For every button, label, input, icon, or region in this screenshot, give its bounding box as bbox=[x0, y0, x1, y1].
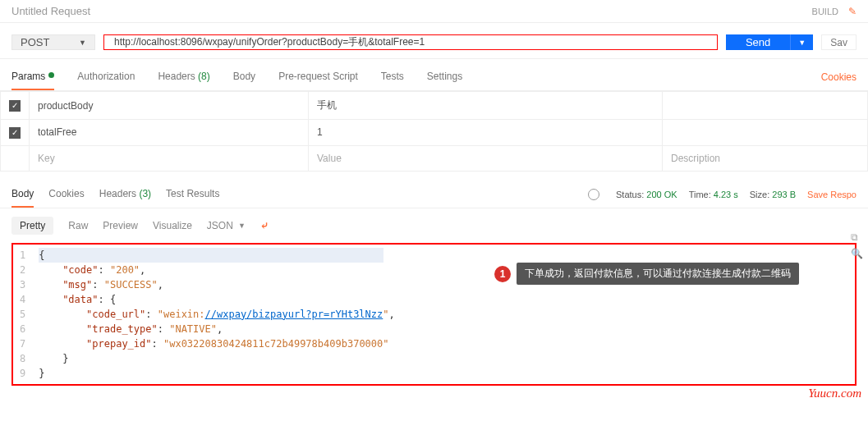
send-button[interactable]: Send bbox=[726, 34, 790, 50]
globe-icon[interactable] bbox=[588, 189, 599, 200]
param-key-placeholder[interactable]: Key bbox=[30, 145, 309, 171]
table-row-placeholder: Key Value Description bbox=[1, 145, 868, 171]
time-label: Time: 4.23 s bbox=[689, 190, 738, 199]
view-preview[interactable]: Preview bbox=[103, 220, 138, 231]
edit-icon[interactable]: ✎ bbox=[848, 6, 857, 17]
table-row: ✓ totalFree 1 bbox=[1, 120, 868, 146]
checkbox-checked[interactable]: ✓ bbox=[9, 127, 21, 139]
param-desc-placeholder[interactable]: Description bbox=[663, 145, 868, 171]
tab-authorization[interactable]: Authorization bbox=[77, 64, 135, 90]
table-row: ✓ productBody 手机 bbox=[1, 92, 868, 120]
line-numbers: 123456789 bbox=[13, 245, 32, 384]
cookies-link[interactable]: Cookies bbox=[821, 71, 857, 83]
url-value: http://localhost:8096/wxpay/unifyOrder?p… bbox=[114, 35, 425, 49]
tab-tests[interactable]: Tests bbox=[381, 64, 404, 90]
http-method-select[interactable]: POST ▼ bbox=[11, 34, 95, 50]
build-label[interactable]: BUILD bbox=[812, 7, 838, 16]
chevron-down-icon: ▼ bbox=[798, 39, 806, 47]
wrap-icon[interactable]: ⤶ bbox=[260, 220, 269, 231]
param-key-cell[interactable]: productBody bbox=[30, 92, 309, 120]
annotation-marker: 1 bbox=[494, 266, 511, 282]
annotation-arrow bbox=[384, 269, 507, 271]
view-raw[interactable]: Raw bbox=[68, 220, 88, 231]
format-select[interactable]: JSON ▼ bbox=[207, 220, 246, 231]
tab-settings[interactable]: Settings bbox=[427, 64, 462, 90]
save-button[interactable]: Sav bbox=[821, 34, 857, 50]
param-key-cell[interactable]: totalFree bbox=[30, 120, 309, 146]
status-label: Status: 200 OK bbox=[616, 190, 677, 199]
view-pretty[interactable]: Pretty bbox=[11, 217, 53, 235]
param-value-cell[interactable]: 1 bbox=[309, 120, 663, 146]
url-input[interactable]: http://localhost:8096/wxpay/unifyOrder?p… bbox=[103, 34, 718, 50]
resp-tab-cookies[interactable]: Cookies bbox=[48, 181, 84, 208]
param-value-placeholder[interactable]: Value bbox=[309, 145, 663, 171]
resp-tab-body[interactable]: Body bbox=[11, 181, 34, 208]
param-desc-cell[interactable] bbox=[663, 92, 868, 120]
param-value-cell[interactable]: 手机 bbox=[309, 92, 663, 120]
annotation-text: 下单成功，返回付款信息，可以通过付款连接生成付款二维码 bbox=[517, 263, 799, 285]
copy-icon[interactable]: ⧉ bbox=[851, 231, 863, 243]
chevron-down-icon: ▼ bbox=[238, 222, 246, 230]
chevron-down-icon: ▼ bbox=[79, 39, 86, 47]
tab-params[interactable]: Params bbox=[11, 64, 54, 90]
param-desc-cell[interactable] bbox=[663, 120, 868, 146]
resp-tab-headers[interactable]: Headers (3) bbox=[99, 181, 151, 208]
method-value: POST bbox=[21, 36, 49, 48]
params-indicator-dot bbox=[48, 72, 54, 78]
watermark: Yuucn.com bbox=[808, 387, 861, 400]
checkbox-checked[interactable]: ✓ bbox=[9, 100, 21, 112]
resp-tab-test-results[interactable]: Test Results bbox=[166, 181, 219, 208]
search-icon[interactable]: 🔍 bbox=[851, 248, 863, 259]
send-dropdown-button[interactable]: ▼ bbox=[790, 34, 813, 50]
tab-headers[interactable]: Headers (8) bbox=[158, 64, 209, 90]
tab-prerequest[interactable]: Pre-request Script bbox=[278, 64, 358, 90]
view-visualize[interactable]: Visualize bbox=[153, 220, 192, 231]
save-response-button[interactable]: Save Respo bbox=[807, 190, 857, 199]
request-title: Untitled Request bbox=[11, 5, 90, 17]
params-table: ✓ productBody 手机 ✓ totalFree 1 Key Value… bbox=[0, 91, 868, 172]
size-label: Size: 293 B bbox=[750, 190, 796, 199]
tab-body[interactable]: Body bbox=[233, 64, 255, 90]
